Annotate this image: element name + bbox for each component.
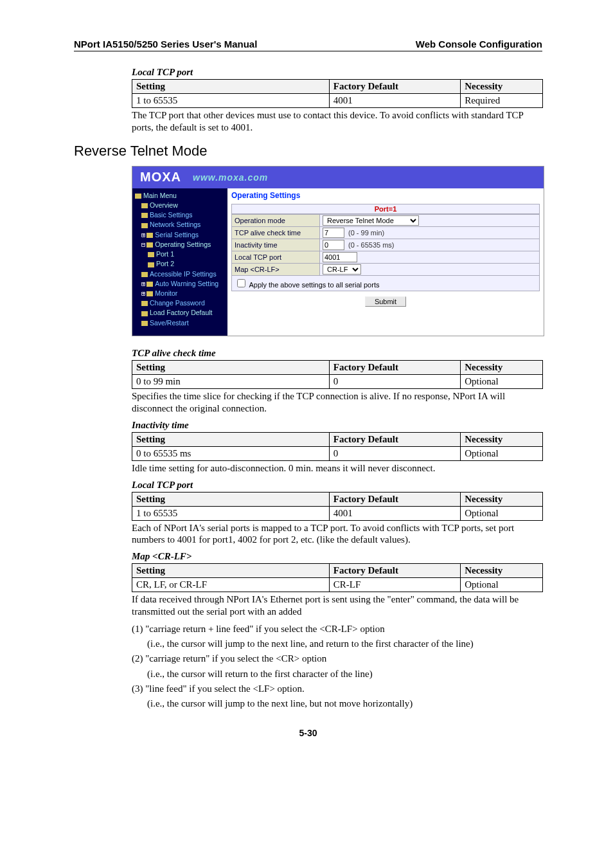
col-setting: Setting	[132, 564, 330, 578]
nav-autowarn[interactable]: ⊞Auto Warning Setting	[135, 279, 225, 289]
cell: Optional	[461, 374, 543, 388]
list-2b: (i.e., the cursor will return to the fir…	[132, 668, 543, 680]
nav-operating[interactable]: ⊟Operating Settings	[135, 240, 225, 249]
section-title-localtcp: Local TCP port	[132, 480, 542, 491]
table-localtcp: Setting Factory Default Necessity 1 to 6…	[132, 492, 543, 521]
folder-icon	[147, 242, 153, 248]
input-localtcp[interactable]	[323, 252, 357, 262]
col-necessity: Necessity	[461, 432, 543, 446]
cell: 0	[329, 374, 460, 388]
desc-tcpalive: Specifies the time slice for checking if…	[132, 390, 543, 415]
list-2a: (2) "carriage return" if you select the …	[132, 653, 543, 665]
folder-icon	[135, 194, 141, 199]
folder-icon	[148, 252, 154, 257]
table-map: Setting Factory Default Necessity CR, LF…	[132, 563, 543, 592]
folder-icon	[141, 213, 148, 218]
col-default: Factory Default	[329, 360, 460, 374]
desc-inact: Idle time setting for auto-disconnection…	[132, 462, 543, 475]
select-opmode[interactable]: Reverse Telnet Mode	[323, 215, 419, 226]
option-list: (1) "carriage return + line feed" if you…	[132, 623, 543, 710]
folder-icon	[141, 272, 148, 277]
expand-icon[interactable]: ⊞	[141, 280, 145, 287]
folder-icon	[148, 262, 154, 267]
expand-icon[interactable]: ⊞	[141, 231, 145, 239]
table-local-tcp-top: Setting Factory Default Necessity 1 to 6…	[132, 79, 543, 108]
folder-icon	[141, 203, 148, 208]
section-title-map: Map <CR-LF>	[132, 551, 542, 562]
section-title-tcpalive: TCP alive check time	[132, 348, 542, 359]
nav-accessible[interactable]: Accessible IP Settings	[135, 269, 225, 279]
col-setting: Setting	[132, 360, 330, 374]
col-default: Factory Default	[329, 564, 460, 578]
ss-topbar: MOXA www.moxa.com	[132, 167, 544, 188]
folder-icon	[141, 321, 148, 326]
collapse-icon[interactable]: ⊟	[141, 240, 145, 248]
lbl-localtcp: Local TCP port	[232, 251, 320, 263]
nav-changepw[interactable]: Change Password	[135, 298, 225, 308]
desc-map: If data received through NPort IA's Ethe…	[132, 593, 543, 618]
nav-overview[interactable]: Overview	[135, 201, 225, 210]
nav-basic[interactable]: Basic Settings	[135, 210, 225, 220]
list-3a: (3) "line feed" if you select the <LF> o…	[132, 683, 543, 695]
list-1a: (1) "carriage return + line feed" if you…	[132, 623, 543, 635]
range-tcpalive: (0 - 99 min)	[348, 229, 384, 237]
panel-title: Operating Settings	[231, 191, 540, 200]
settings-grid: Operation mode Reverse Telnet Mode TCP a…	[231, 214, 540, 276]
lbl-opmode: Operation mode	[232, 214, 320, 226]
cell: 1 to 65535	[132, 94, 330, 108]
col-default: Factory Default	[329, 80, 460, 94]
lbl-map: Map <CR-LF>	[232, 263, 320, 275]
table-inact: Setting Factory Default Necessity 0 to 6…	[132, 432, 543, 461]
input-tcpalive[interactable]	[323, 228, 344, 238]
nav-monitor[interactable]: ⊞Monitor	[135, 289, 225, 298]
cell: Required	[461, 94, 543, 108]
list-3b: (i.e., the cursor will jump to the next …	[132, 698, 543, 710]
col-necessity: Necessity	[461, 80, 543, 94]
cell: 0	[329, 446, 460, 460]
folder-icon	[141, 311, 148, 316]
folder-icon	[147, 282, 153, 287]
cell: Optional	[461, 578, 543, 592]
nav-serial[interactable]: ⊞Serial Settings	[135, 230, 225, 240]
cell: CR-LF	[329, 578, 460, 592]
input-inactivity[interactable]	[323, 240, 344, 250]
section-title-local-tcp-top: Local TCP port	[132, 67, 542, 78]
col-default: Factory Default	[329, 432, 460, 446]
range-inact: (0 - 65535 ms)	[348, 241, 395, 249]
cell: 0 to 99 min	[132, 374, 330, 388]
select-map[interactable]: CR-LF	[323, 264, 361, 275]
page-number: 5-30	[74, 728, 542, 738]
header-right: Web Console Configuration	[416, 39, 542, 50]
port-header: Port=1	[231, 204, 540, 214]
nav-saverestart[interactable]: Save/Restart	[135, 318, 225, 328]
col-necessity: Necessity	[461, 564, 543, 578]
col-setting: Setting	[132, 80, 330, 94]
list-1b: (i.e., the cursor will jump to the next …	[132, 638, 543, 650]
folder-icon	[141, 223, 148, 228]
heading-reverse-telnet: Reverse Telnet Mode	[74, 143, 542, 159]
embedded-screenshot: MOXA www.moxa.com Main Menu Overview Bas…	[132, 166, 544, 336]
apply-row: Apply the above settings to all serial p…	[231, 276, 540, 291]
folder-icon	[141, 301, 148, 306]
cell: 1 to 65535	[132, 506, 330, 520]
nav-port2[interactable]: Port 2	[135, 259, 225, 269]
col-necessity: Necessity	[461, 360, 543, 374]
cell: Optional	[461, 446, 543, 460]
cell: 4001	[329, 506, 460, 520]
nav-main[interactable]: Main Menu	[135, 191, 225, 201]
nav-loadfactory[interactable]: Load Factory Default	[135, 308, 225, 318]
folder-icon	[147, 291, 153, 296]
expand-icon[interactable]: ⊞	[141, 289, 145, 297]
col-necessity: Necessity	[461, 492, 543, 506]
section-title-inact: Inactivity time	[132, 420, 542, 431]
col-setting: Setting	[132, 432, 330, 446]
submit-button[interactable]: Submit	[365, 296, 406, 307]
col-setting: Setting	[132, 492, 330, 506]
nav-port1[interactable]: Port 1	[135, 249, 225, 259]
nav-network[interactable]: Network Settings	[135, 220, 225, 230]
cell: CR, LF, or CR-LF	[132, 578, 330, 592]
checkbox-apply-all[interactable]	[237, 279, 245, 287]
folder-icon	[147, 233, 153, 238]
desc-local-tcp-top: The TCP port that other devices must use…	[132, 109, 543, 134]
table-tcpalive: Setting Factory Default Necessity 0 to 9…	[132, 360, 543, 389]
